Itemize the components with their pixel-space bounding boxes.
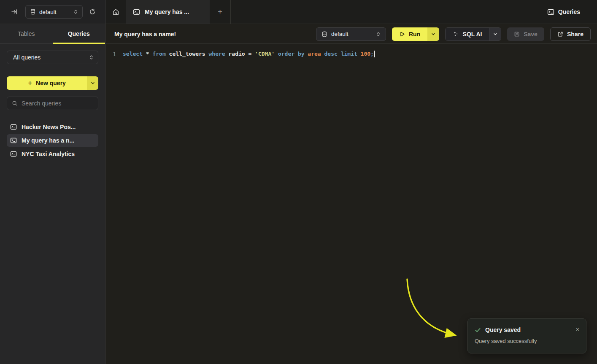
- query-icon: [10, 151, 17, 157]
- topbar-queries-button[interactable]: Queries: [547, 0, 580, 24]
- editor-database-value: default: [331, 31, 372, 37]
- toast-message: Query saved successfully: [475, 338, 579, 344]
- topbar-left: default: [0, 0, 105, 24]
- refresh-icon: [89, 8, 96, 15]
- query-list-item[interactable]: Hacker News Pos...: [7, 121, 98, 133]
- search-icon: [12, 100, 18, 106]
- search-queries-input[interactable]: [22, 100, 98, 107]
- sparkles-icon: [453, 31, 459, 37]
- query-item-label: Hacker News Pos...: [22, 124, 76, 130]
- save-icon: [514, 31, 520, 37]
- query-icon: [10, 124, 17, 130]
- tab-label: My query has ...: [145, 8, 189, 15]
- header-actions: default Run: [316, 27, 591, 41]
- query-list: Hacker News Pos... My query has a n... N…: [7, 121, 98, 160]
- query-list-item[interactable]: My query has a n...: [7, 134, 98, 147]
- search-queries-box: [7, 97, 98, 110]
- home-button[interactable]: [105, 0, 126, 24]
- toast-header: Query saved: [475, 326, 579, 333]
- query-title: My query has a name!: [114, 31, 176, 38]
- check-icon: [475, 327, 481, 333]
- home-icon: [112, 8, 119, 16]
- sidebar-tabs: Tables Queries: [0, 24, 105, 44]
- tab-my-query[interactable]: My query has ...: [126, 0, 210, 24]
- topbar: default: [0, 0, 597, 24]
- chevron-updown-icon: [73, 9, 78, 14]
- sql-ai-label: SQL AI: [463, 31, 482, 38]
- run-button[interactable]: Run: [392, 27, 427, 41]
- run-label: Run: [409, 31, 420, 38]
- share-icon: [557, 31, 563, 37]
- share-button[interactable]: Share: [550, 27, 591, 41]
- plus-icon: +: [218, 7, 222, 16]
- chevron-updown-icon: [376, 32, 381, 37]
- toast-close-button[interactable]: ×: [574, 324, 581, 334]
- main-panel: My query has a name! default: [106, 24, 597, 364]
- database-icon: [321, 31, 327, 37]
- query-filter-select[interactable]: All queries: [7, 51, 98, 64]
- toast-title: Query saved: [485, 326, 521, 333]
- run-split-button: Run: [392, 27, 439, 41]
- sql-ai-split-button: SQL AI: [445, 27, 501, 41]
- chevron-down-icon: [493, 32, 497, 36]
- new-tab-button[interactable]: +: [210, 0, 231, 24]
- save-button[interactable]: Save: [507, 27, 544, 41]
- plus-icon: +: [28, 79, 32, 87]
- query-tab-icon: [133, 8, 140, 16]
- chevron-updown-icon: [89, 55, 94, 60]
- close-icon: ×: [576, 326, 579, 333]
- query-list-item[interactable]: NYC Taxi Analytics: [7, 148, 98, 160]
- run-dropdown-button[interactable]: [427, 27, 439, 41]
- sql-ai-dropdown-button[interactable]: [489, 28, 501, 40]
- sql-code: select * from cell_towers where radio = …: [123, 51, 375, 58]
- new-query-button[interactable]: + New query: [7, 76, 87, 90]
- sidebar-tab-queries[interactable]: Queries: [53, 24, 105, 43]
- code-line: 1 select * from cell_towers where radio …: [106, 49, 597, 59]
- collapse-sidebar-icon: [11, 8, 18, 15]
- new-query-label: New query: [36, 80, 66, 86]
- database-icon: [30, 9, 36, 15]
- refresh-button[interactable]: [87, 7, 97, 17]
- query-item-label: My query has a n...: [22, 137, 74, 144]
- query-item-label: NYC Taxi Analytics: [22, 151, 75, 157]
- save-label: Save: [524, 31, 538, 38]
- new-query-dropdown-button[interactable]: [87, 76, 98, 90]
- play-icon: [399, 31, 405, 37]
- sidebar-tab-tables[interactable]: Tables: [0, 24, 53, 43]
- toast-query-saved: Query saved × Query saved successfully: [467, 318, 586, 353]
- topbar-queries-label: Queries: [558, 8, 580, 15]
- query-icon: [10, 137, 17, 144]
- queries-icon: [547, 8, 554, 16]
- query-filter-value: All queries: [13, 54, 89, 61]
- chevron-down-icon: [91, 81, 95, 85]
- sql-ai-button[interactable]: SQL AI: [446, 28, 489, 40]
- topbar-database-selector[interactable]: default: [25, 5, 83, 19]
- new-query-split-button: + New query: [7, 76, 98, 90]
- collapse-sidebar-button[interactable]: [9, 7, 19, 17]
- chevron-down-icon: [431, 32, 435, 36]
- text-cursor: [374, 51, 375, 57]
- line-number: 1: [106, 51, 116, 57]
- topbar-database-value: default: [39, 9, 70, 15]
- sql-editor[interactable]: 1 select * from cell_towers where radio …: [106, 44, 597, 59]
- editor-database-selector[interactable]: default: [316, 27, 386, 41]
- query-header: My query has a name! default: [106, 24, 597, 44]
- sidebar: Tables Queries All queries + New query: [0, 24, 105, 364]
- share-label: Share: [567, 31, 583, 38]
